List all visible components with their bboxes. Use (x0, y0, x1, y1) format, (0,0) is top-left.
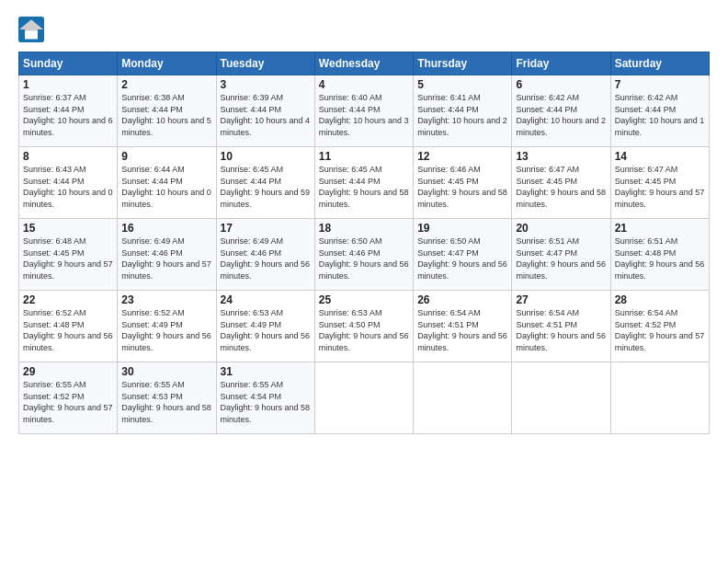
header-cell-wednesday: Wednesday (314, 52, 413, 75)
week-row-5: 29Sunrise: 6:55 AMSunset: 4:52 PMDayligh… (19, 362, 710, 434)
day-details: Sunrise: 6:42 AMSunset: 4:44 PMDaylight:… (516, 92, 606, 138)
day-details: Sunrise: 6:52 AMSunset: 4:49 PMDaylight:… (121, 307, 211, 353)
day-number: 6 (516, 78, 606, 91)
day-details: Sunrise: 6:45 AMSunset: 4:44 PMDaylight:… (319, 164, 409, 210)
day-cell (414, 362, 512, 434)
day-cell: 27Sunrise: 6:54 AMSunset: 4:51 PMDayligh… (512, 291, 610, 362)
day-cell: 9Sunrise: 6:44 AMSunset: 4:44 PMDaylight… (118, 147, 216, 219)
header-cell-sunday: Sunday (19, 52, 118, 75)
header-cell-thursday: Thursday (414, 52, 512, 75)
day-cell: 17Sunrise: 6:49 AMSunset: 4:46 PMDayligh… (216, 219, 314, 291)
day-number: 29 (23, 365, 113, 378)
day-cell: 11Sunrise: 6:45 AMSunset: 4:44 PMDayligh… (314, 147, 413, 219)
day-number: 9 (121, 150, 211, 163)
day-details: Sunrise: 6:46 AMSunset: 4:45 PMDaylight:… (417, 164, 507, 210)
day-cell: 23Sunrise: 6:52 AMSunset: 4:49 PMDayligh… (118, 291, 216, 362)
day-number: 10 (221, 150, 311, 163)
day-cell: 22Sunrise: 6:52 AMSunset: 4:48 PMDayligh… (19, 291, 118, 362)
day-cell: 13Sunrise: 6:47 AMSunset: 4:45 PMDayligh… (512, 147, 610, 219)
day-cell: 31Sunrise: 6:55 AMSunset: 4:54 PMDayligh… (216, 362, 314, 434)
day-cell: 18Sunrise: 6:50 AMSunset: 4:46 PMDayligh… (314, 219, 413, 291)
day-number: 25 (319, 293, 409, 306)
day-number: 2 (121, 78, 211, 91)
header-row: SundayMondayTuesdayWednesdayThursdayFrid… (19, 52, 710, 75)
day-details: Sunrise: 6:50 AMSunset: 4:46 PMDaylight:… (319, 236, 409, 282)
day-number: 12 (417, 150, 507, 163)
day-number: 30 (121, 365, 211, 378)
day-details: Sunrise: 6:49 AMSunset: 4:46 PMDaylight:… (121, 236, 211, 282)
page: SundayMondayTuesdayWednesdayThursdayFrid… (0, 0, 728, 443)
day-details: Sunrise: 6:54 AMSunset: 4:51 PMDaylight:… (417, 307, 507, 353)
day-cell: 4Sunrise: 6:40 AMSunset: 4:44 PMDaylight… (314, 75, 413, 147)
day-number: 21 (615, 222, 705, 235)
day-cell: 20Sunrise: 6:51 AMSunset: 4:47 PMDayligh… (512, 219, 610, 291)
day-details: Sunrise: 6:50 AMSunset: 4:47 PMDaylight:… (417, 236, 507, 282)
day-details: Sunrise: 6:45 AMSunset: 4:44 PMDaylight:… (221, 164, 311, 210)
day-cell: 19Sunrise: 6:50 AMSunset: 4:47 PMDayligh… (414, 219, 512, 291)
header-cell-monday: Monday (118, 52, 216, 75)
week-row-1: 1Sunrise: 6:37 AMSunset: 4:44 PMDaylight… (19, 75, 710, 147)
day-cell: 24Sunrise: 6:53 AMSunset: 4:49 PMDayligh… (216, 291, 314, 362)
day-details: Sunrise: 6:54 AMSunset: 4:51 PMDaylight:… (516, 307, 606, 353)
day-cell: 29Sunrise: 6:55 AMSunset: 4:52 PMDayligh… (19, 362, 118, 434)
day-cell (512, 362, 610, 434)
day-details: Sunrise: 6:54 AMSunset: 4:52 PMDaylight:… (615, 307, 705, 353)
day-number: 26 (417, 293, 507, 306)
day-cell (314, 362, 413, 434)
header-cell-tuesday: Tuesday (216, 52, 314, 75)
logo-icon (18, 17, 44, 42)
day-cell: 14Sunrise: 6:47 AMSunset: 4:45 PMDayligh… (610, 147, 709, 219)
day-number: 3 (221, 78, 311, 91)
day-cell: 16Sunrise: 6:49 AMSunset: 4:46 PMDayligh… (118, 219, 216, 291)
day-cell: 2Sunrise: 6:38 AMSunset: 4:44 PMDaylight… (118, 75, 216, 147)
day-number: 15 (23, 222, 113, 235)
day-number: 7 (615, 78, 705, 91)
header-cell-friday: Friday (512, 52, 610, 75)
day-number: 14 (615, 150, 705, 163)
day-details: Sunrise: 6:55 AMSunset: 4:53 PMDaylight:… (121, 379, 211, 425)
day-details: Sunrise: 6:39 AMSunset: 4:44 PMDaylight:… (221, 92, 311, 138)
day-details: Sunrise: 6:38 AMSunset: 4:44 PMDaylight:… (121, 92, 211, 138)
day-number: 23 (121, 293, 211, 306)
day-number: 20 (516, 222, 606, 235)
day-details: Sunrise: 6:41 AMSunset: 4:44 PMDaylight:… (417, 92, 507, 138)
day-cell: 25Sunrise: 6:53 AMSunset: 4:50 PMDayligh… (314, 291, 413, 362)
day-number: 5 (417, 78, 507, 91)
day-cell: 28Sunrise: 6:54 AMSunset: 4:52 PMDayligh… (610, 291, 709, 362)
day-details: Sunrise: 6:51 AMSunset: 4:47 PMDaylight:… (516, 236, 606, 282)
day-details: Sunrise: 6:43 AMSunset: 4:44 PMDaylight:… (23, 164, 113, 210)
calendar-table: SundayMondayTuesdayWednesdayThursdayFrid… (18, 52, 710, 434)
day-number: 13 (516, 150, 606, 163)
day-cell: 3Sunrise: 6:39 AMSunset: 4:44 PMDaylight… (216, 75, 314, 147)
day-number: 24 (221, 293, 311, 306)
day-number: 17 (221, 222, 311, 235)
day-number: 16 (121, 222, 211, 235)
day-details: Sunrise: 6:52 AMSunset: 4:48 PMDaylight:… (23, 307, 113, 353)
header (18, 17, 710, 42)
day-number: 22 (23, 293, 113, 306)
week-row-3: 15Sunrise: 6:48 AMSunset: 4:45 PMDayligh… (19, 219, 710, 291)
day-number: 19 (417, 222, 507, 235)
day-details: Sunrise: 6:55 AMSunset: 4:52 PMDaylight:… (23, 379, 113, 425)
day-details: Sunrise: 6:51 AMSunset: 4:48 PMDaylight:… (615, 236, 705, 282)
week-row-4: 22Sunrise: 6:52 AMSunset: 4:48 PMDayligh… (19, 291, 710, 362)
day-details: Sunrise: 6:42 AMSunset: 4:44 PMDaylight:… (615, 92, 705, 138)
day-cell: 15Sunrise: 6:48 AMSunset: 4:45 PMDayligh… (19, 219, 118, 291)
day-details: Sunrise: 6:53 AMSunset: 4:50 PMDaylight:… (319, 307, 409, 353)
day-details: Sunrise: 6:53 AMSunset: 4:49 PMDaylight:… (221, 307, 311, 353)
day-cell: 10Sunrise: 6:45 AMSunset: 4:44 PMDayligh… (216, 147, 314, 219)
day-cell: 6Sunrise: 6:42 AMSunset: 4:44 PMDaylight… (512, 75, 610, 147)
logo (18, 17, 46, 42)
day-number: 27 (516, 293, 606, 306)
day-number: 8 (23, 150, 113, 163)
day-cell: 21Sunrise: 6:51 AMSunset: 4:48 PMDayligh… (610, 219, 709, 291)
day-cell: 30Sunrise: 6:55 AMSunset: 4:53 PMDayligh… (118, 362, 216, 434)
day-cell: 26Sunrise: 6:54 AMSunset: 4:51 PMDayligh… (414, 291, 512, 362)
day-details: Sunrise: 6:47 AMSunset: 4:45 PMDaylight:… (615, 164, 705, 210)
day-details: Sunrise: 6:55 AMSunset: 4:54 PMDaylight:… (221, 379, 311, 425)
day-cell: 8Sunrise: 6:43 AMSunset: 4:44 PMDaylight… (19, 147, 118, 219)
day-details: Sunrise: 6:48 AMSunset: 4:45 PMDaylight:… (23, 236, 113, 282)
day-details: Sunrise: 6:47 AMSunset: 4:45 PMDaylight:… (516, 164, 606, 210)
day-number: 4 (319, 78, 409, 91)
week-row-2: 8Sunrise: 6:43 AMSunset: 4:44 PMDaylight… (19, 147, 710, 219)
